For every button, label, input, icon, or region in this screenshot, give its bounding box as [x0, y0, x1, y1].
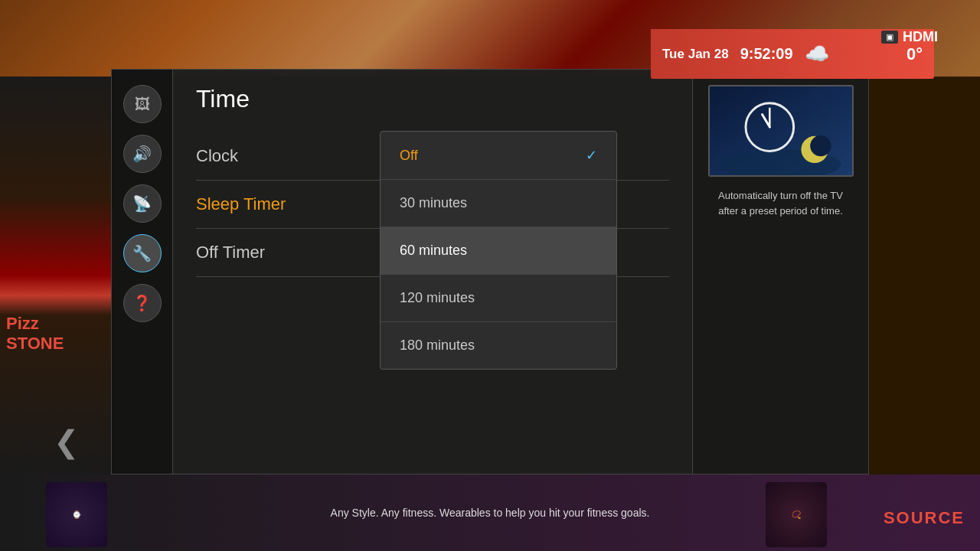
product-image-2: 📿 [766, 482, 827, 547]
bottom-ticker: ⌚ 📿 Any Style. Any fitness. Wearables to… [0, 474, 980, 551]
dropdown-option-60[interactable]: 60 minutes [381, 227, 616, 275]
sidebar: 🖼 🔊 📡 🔧 ❓ [112, 70, 173, 474]
pizza-logo: PizzSTONE [0, 308, 111, 360]
main-content: Time Clock Sleep Timer Off Timer Off ✓ 3… [173, 70, 692, 474]
back-arrow-icon[interactable]: ❮ [54, 424, 80, 459]
sleep-timer-dropdown: Off ✓ 30 minutes 60 minutes 120 minutes … [380, 131, 617, 370]
source-button[interactable]: SOURCE [884, 508, 965, 528]
dropdown-option-180[interactable]: 180 minutes [381, 322, 616, 369]
dropdown-option-off[interactable]: Off ✓ [381, 132, 616, 180]
ticker-text: Any Style. Any fitness. Wearables to hel… [0, 507, 980, 519]
hdmi-icon: ▣ [881, 31, 898, 44]
sidebar-icon-channels[interactable]: 📡 [123, 184, 162, 223]
weather-date: Tue Jan 28 [662, 47, 729, 62]
weather-time: 9:52:09 [740, 45, 793, 63]
info-panel: Automatically turn off the TV after a pr… [692, 70, 868, 474]
hdmi-text: HDMI [903, 29, 938, 45]
weather-icon: ☁️ [805, 42, 829, 66]
dropdown-option-30[interactable]: 30 minutes [381, 180, 616, 227]
weather-temp: 0° [906, 44, 923, 64]
product-image-1: ⌚ [46, 482, 107, 547]
dropdown-option-120[interactable]: 120 minutes [381, 275, 616, 322]
info-description: Automatically turn off the TV after a pr… [708, 188, 853, 218]
menu-title: Time [196, 85, 669, 113]
preview-image [708, 85, 854, 177]
preview-svg [710, 85, 852, 177]
menu-overlay: 🖼 🔊 📡 🔧 ❓ Time Clock Sleep Timer Off Tim… [111, 69, 869, 474]
svg-point-3 [810, 135, 831, 156]
sidebar-icon-settings[interactable]: 🔧 [123, 234, 162, 272]
check-icon: ✓ [586, 147, 597, 164]
sidebar-icon-picture[interactable]: 🖼 [123, 85, 162, 123]
sidebar-icon-sound[interactable]: 🔊 [123, 135, 162, 173]
left-tv-content: PizzSTONE [0, 77, 111, 474]
hdmi-label: ▣ HDMI [881, 29, 938, 45]
sidebar-icon-support[interactable]: ❓ [123, 284, 162, 322]
